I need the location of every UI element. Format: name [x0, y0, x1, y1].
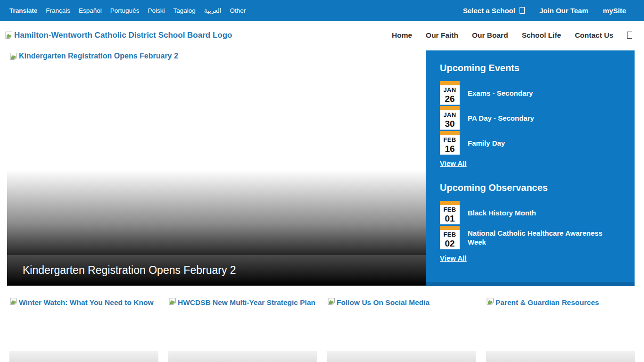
broken-image-icon — [9, 52, 18, 60]
card-broken-image[interactable]: Follow Us On Social Media — [327, 297, 429, 308]
badge-month: FEB — [444, 231, 456, 239]
nav-school-life[interactable]: School Life — [522, 31, 561, 40]
card-caption-strip — [486, 351, 635, 362]
main-nav: Home Our Faith Our Board School Life Con… — [392, 31, 632, 40]
events-panel: Upcoming Events JAN 26 Exams - Secondary… — [426, 50, 635, 286]
utility-links: Select a School Join Our Team mySite — [463, 7, 626, 15]
main-content: Kindergarten Registration Opens February… — [7, 49, 635, 286]
utility-bar: Translate Français Español Português Pol… — [0, 0, 644, 21]
hero-alt-text: Kindergarten Registration Opens February… — [19, 52, 178, 60]
badge-day: 01 — [445, 214, 454, 223]
nav-our-board[interactable]: Our Board — [472, 31, 508, 40]
broken-image-icon — [327, 297, 336, 305]
lang-francais-link[interactable]: Français — [46, 7, 70, 14]
badge-month: FEB — [444, 136, 456, 144]
hero-caption-text: Kindergarten Registration Opens February… — [23, 264, 236, 277]
feature-card[interactable]: HWCDSB New Multi-Year Strategic Plan — [168, 289, 317, 362]
card-alt-text: Parent & Guardian Resources — [495, 297, 599, 308]
feature-card[interactable]: Parent & Guardian Resources — [486, 289, 635, 362]
upcoming-observances-title: Upcoming Observances — [440, 182, 621, 193]
feature-card[interactable]: Follow Us On Social Media — [327, 289, 476, 362]
card-caption-strip — [168, 351, 317, 362]
date-badge: FEB 16 — [440, 131, 460, 155]
translate-link[interactable]: Translate — [9, 7, 37, 14]
badge-month: JAN — [444, 86, 456, 94]
lang-espanol-link[interactable]: Español — [79, 7, 102, 14]
broken-image-icon — [168, 297, 177, 305]
hero-caption-bar: Kindergarten Registration Opens February… — [7, 255, 426, 286]
lang-arabic-link[interactable]: العربية — [204, 7, 222, 14]
date-badge: JAN 30 — [440, 106, 460, 130]
badge-day: 30 — [445, 119, 454, 129]
site-logo[interactable]: Hamilton-Wentworth Catholic District Sch… — [5, 31, 232, 40]
card-caption-strip — [9, 351, 158, 362]
badge-day: 02 — [445, 239, 454, 248]
mysite-link[interactable]: mySite — [603, 7, 626, 15]
search-icon[interactable] — [627, 32, 632, 39]
card-alt-text: Follow Us On Social Media — [337, 297, 429, 308]
lang-polski-link[interactable]: Polski — [148, 7, 165, 14]
feature-card[interactable]: Winter Watch: What You Need to Know — [9, 289, 158, 362]
observances-view-all-link[interactable]: View All — [440, 254, 467, 262]
nav-home[interactable]: Home — [392, 31, 412, 40]
card-broken-image[interactable]: HWCDSB New Multi-Year Strategic Plan — [168, 297, 315, 308]
nav-our-faith[interactable]: Our Faith — [426, 31, 458, 40]
broken-image-icon — [486, 297, 495, 305]
date-badge: JAN 26 — [440, 81, 460, 105]
upcoming-events-title: Upcoming Events — [440, 63, 621, 74]
feature-cards-row: Winter Watch: What You Need to Know HWCD… — [9, 289, 635, 362]
chevron-down-icon — [520, 7, 525, 14]
observance-row[interactable]: FEB 02 National Catholic Healthcare Awar… — [440, 226, 621, 249]
observance-label[interactable]: Black History Month — [468, 208, 536, 217]
date-badge: FEB 01 — [440, 201, 460, 224]
card-caption-strip — [327, 351, 476, 362]
select-school-link[interactable]: Select a School — [463, 7, 525, 15]
language-links: Translate Français Español Português Pol… — [9, 7, 246, 14]
join-our-team-link[interactable]: Join Our Team — [539, 7, 588, 15]
event-row[interactable]: JAN 30 PA Day - Secondary — [440, 106, 621, 130]
lang-portugues-link[interactable]: Português — [110, 7, 140, 14]
hero-slideshow[interactable]: Kindergarten Registration Opens February… — [7, 49, 426, 286]
event-row[interactable]: JAN 26 Exams - Secondary — [440, 81, 621, 105]
event-label[interactable]: Family Day — [468, 139, 505, 148]
card-broken-image[interactable]: Parent & Guardian Resources — [486, 297, 599, 308]
broken-image-icon — [9, 297, 18, 305]
observance-row[interactable]: FEB 01 Black History Month — [440, 201, 621, 224]
lang-other-link[interactable]: Other — [230, 7, 246, 14]
event-label[interactable]: PA Day - Secondary — [468, 114, 534, 123]
card-alt-text: Winter Watch: What You Need to Know — [19, 297, 153, 308]
observance-label[interactable]: National Catholic Healthcare Awareness W… — [468, 229, 621, 247]
badge-day: 26 — [445, 94, 454, 104]
nav-contact-us[interactable]: Contact Us — [575, 31, 613, 40]
card-broken-image[interactable]: Winter Watch: What You Need to Know — [9, 297, 153, 308]
site-header: Hamilton-Wentworth Catholic District Sch… — [0, 21, 644, 49]
broken-image-icon — [5, 31, 13, 39]
lang-tagalog-link[interactable]: Tagalog — [173, 7, 195, 14]
hero-broken-image[interactable]: Kindergarten Registration Opens February… — [9, 52, 178, 60]
badge-month: FEB — [444, 206, 456, 214]
event-label[interactable]: Exams - Secondary — [468, 89, 533, 98]
card-alt-text: HWCDSB New Multi-Year Strategic Plan — [178, 297, 315, 308]
badge-day: 16 — [445, 144, 454, 154]
logo-alt-text: Hamilton-Wentworth Catholic District Sch… — [14, 31, 232, 40]
date-badge: FEB 02 — [440, 226, 460, 249]
badge-month: JAN — [444, 111, 456, 119]
event-row[interactable]: FEB 16 Family Day — [440, 131, 621, 155]
events-view-all-link[interactable]: View All — [440, 159, 467, 167]
